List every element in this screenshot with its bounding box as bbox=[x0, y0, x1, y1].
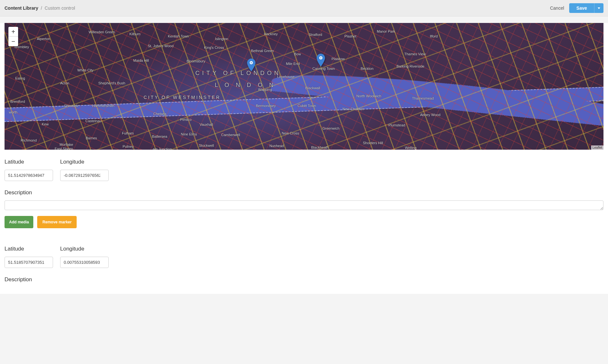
latitude-input[interactable] bbox=[5, 170, 53, 181]
save-button-group: Save bbox=[569, 3, 603, 13]
longitude-label: Longitude bbox=[60, 159, 109, 165]
svg-point-3 bbox=[320, 57, 322, 59]
svg-point-1 bbox=[251, 62, 252, 64]
content-area: CITY OF LONDON L O N D O N CITY OF WESTM… bbox=[0, 23, 608, 294]
caret-down-icon bbox=[598, 7, 600, 9]
breadcrumb-root[interactable]: Content Library bbox=[5, 5, 38, 11]
add-media-button[interactable]: Add media bbox=[5, 216, 33, 228]
latitude-label: Latitude bbox=[5, 246, 53, 252]
zoom-control: + − bbox=[8, 27, 18, 46]
map-marker-icon[interactable] bbox=[247, 59, 255, 71]
map-marker-icon[interactable] bbox=[317, 54, 325, 67]
map-roads bbox=[5, 23, 603, 150]
save-dropdown-button[interactable] bbox=[594, 3, 603, 13]
breadcrumb: Content Library / Custom control bbox=[5, 5, 75, 11]
description-label: Description bbox=[5, 189, 603, 196]
cancel-button[interactable]: Cancel bbox=[550, 5, 564, 11]
description-label: Description bbox=[5, 276, 603, 283]
header-bar: Content Library / Custom control Cancel … bbox=[0, 0, 608, 16]
map-attribution[interactable]: Leaflet bbox=[591, 145, 603, 150]
breadcrumb-current: Custom control bbox=[45, 5, 75, 11]
longitude-input[interactable] bbox=[60, 170, 109, 181]
breadcrumb-separator: / bbox=[41, 5, 42, 11]
zoom-out-button[interactable]: − bbox=[8, 37, 18, 46]
save-button[interactable]: Save bbox=[569, 3, 594, 13]
remove-marker-button[interactable]: Remove marker bbox=[37, 216, 77, 228]
marker-form: Latitude Longitude Description bbox=[5, 246, 603, 283]
latitude-input[interactable] bbox=[5, 257, 53, 268]
marker-form: Latitude Longitude Description Add media… bbox=[5, 159, 603, 228]
latitude-label: Latitude bbox=[5, 159, 53, 165]
map[interactable]: CITY OF LONDON L O N D O N CITY OF WESTM… bbox=[5, 23, 603, 150]
zoom-in-button[interactable]: + bbox=[8, 27, 18, 37]
longitude-label: Longitude bbox=[60, 246, 109, 252]
longitude-input[interactable] bbox=[60, 257, 109, 268]
header-actions: Cancel Save bbox=[550, 3, 603, 13]
description-input[interactable] bbox=[5, 200, 603, 210]
